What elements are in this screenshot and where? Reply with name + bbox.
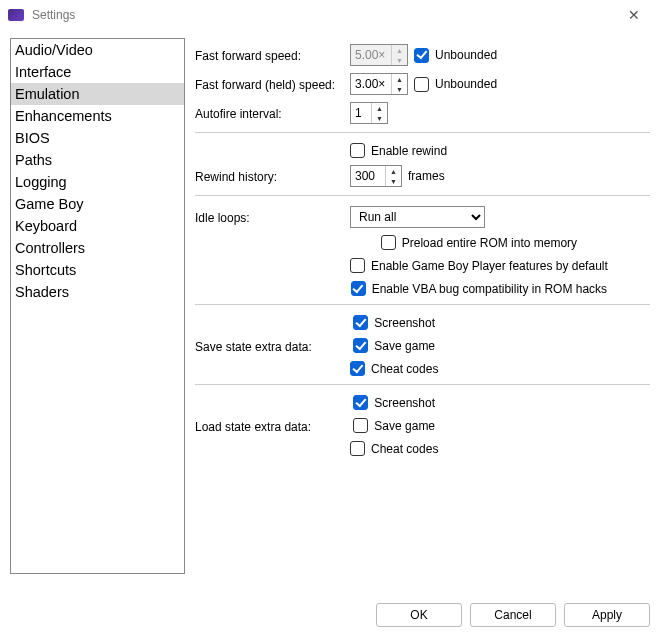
checkbox-icon: [414, 48, 429, 63]
app-icon: [8, 9, 24, 21]
gbp-features-label: Enable Game Boy Player features by defau…: [371, 259, 608, 273]
save-extra-savegame-label: Save game: [374, 339, 435, 353]
separator: [195, 195, 650, 196]
autofire-input[interactable]: [351, 103, 371, 123]
rewind-history-label: Rewind history:: [195, 168, 350, 184]
save-extra-cheats-label: Cheat codes: [371, 362, 438, 376]
load-extra-savegame-check[interactable]: Save game: [353, 418, 435, 433]
checkbox-icon: [350, 143, 365, 158]
autofire-label: Autofire interval:: [195, 105, 350, 121]
autofire-spin[interactable]: ▲▼: [350, 102, 388, 124]
sidebar-item-emulation[interactable]: Emulation: [11, 83, 184, 105]
apply-button[interactable]: Apply: [564, 603, 650, 627]
cancel-button[interactable]: Cancel: [470, 603, 556, 627]
checkbox-icon: [381, 235, 396, 250]
save-extra-cheats-check[interactable]: Cheat codes: [350, 361, 438, 376]
sidebar-item-keyboard[interactable]: Keyboard: [11, 215, 184, 237]
spin-arrows: ▲▼: [391, 45, 407, 65]
rewind-history-unit: frames: [408, 169, 445, 183]
sidebar-item-interface[interactable]: Interface: [11, 61, 184, 83]
ff-speed-unbounded-label: Unbounded: [435, 48, 497, 62]
settings-panel: Fast forward speed: ▲▼ Unbounded Fast fo…: [195, 38, 662, 574]
vba-compat-check[interactable]: Enable VBA bug compatibility in ROM hack…: [351, 281, 607, 296]
preload-rom-label: Preload entire ROM into memory: [402, 236, 577, 250]
save-extra-screenshot-check[interactable]: Screenshot: [353, 315, 435, 330]
ff-held-unbounded-check[interactable]: Unbounded: [414, 77, 497, 92]
load-extra-screenshot-label: Screenshot: [374, 396, 435, 410]
idle-loops-select[interactable]: Run all: [350, 206, 485, 228]
load-extra-label: Load state extra data:: [195, 418, 350, 434]
category-sidebar: Audio/VideoInterfaceEmulationEnhancement…: [10, 38, 185, 574]
close-icon[interactable]: ✕: [614, 7, 654, 23]
spin-arrows[interactable]: ▲▼: [391, 74, 407, 94]
titlebar: Settings ✕: [0, 0, 662, 30]
ff-speed-unbounded-check[interactable]: Unbounded: [414, 48, 497, 63]
save-extra-label: Save state extra data:: [195, 338, 350, 354]
spin-arrows[interactable]: ▲▼: [385, 166, 401, 186]
sidebar-item-game-boy[interactable]: Game Boy: [11, 193, 184, 215]
ff-speed-spin: ▲▼: [350, 44, 408, 66]
sidebar-item-shortcuts[interactable]: Shortcuts: [11, 259, 184, 281]
checkbox-icon: [353, 338, 368, 353]
idle-loops-label: Idle loops:: [195, 209, 350, 225]
checkbox-icon: [414, 77, 429, 92]
checkbox-icon: [350, 361, 365, 376]
vba-compat-label: Enable VBA bug compatibility in ROM hack…: [372, 282, 607, 296]
load-extra-cheats-label: Cheat codes: [371, 442, 438, 456]
rewind-history-input[interactable]: [351, 166, 385, 186]
save-extra-screenshot-label: Screenshot: [374, 316, 435, 330]
sidebar-item-controllers[interactable]: Controllers: [11, 237, 184, 259]
gbp-features-check[interactable]: Enable Game Boy Player features by defau…: [350, 258, 608, 273]
enable-rewind-check[interactable]: Enable rewind: [350, 143, 447, 158]
ff-held-spin[interactable]: ▲▼: [350, 73, 408, 95]
checkbox-icon: [351, 281, 366, 296]
spin-arrows[interactable]: ▲▼: [371, 103, 387, 123]
rewind-history-spin[interactable]: ▲▼: [350, 165, 402, 187]
load-extra-screenshot-check[interactable]: Screenshot: [353, 395, 435, 410]
sidebar-item-shaders[interactable]: Shaders: [11, 281, 184, 303]
window-title: Settings: [32, 8, 614, 22]
sidebar-item-paths[interactable]: Paths: [11, 149, 184, 171]
separator: [195, 384, 650, 385]
sidebar-item-enhancements[interactable]: Enhancements: [11, 105, 184, 127]
enable-rewind-label: Enable rewind: [371, 144, 447, 158]
sidebar-item-bios[interactable]: BIOS: [11, 127, 184, 149]
checkbox-icon: [353, 418, 368, 433]
checkbox-icon: [353, 395, 368, 410]
checkbox-icon: [350, 258, 365, 273]
ff-held-label: Fast forward (held) speed:: [195, 76, 350, 92]
separator: [195, 132, 650, 133]
ff-speed-label: Fast forward speed:: [195, 47, 350, 63]
dialog-buttons: OK Cancel Apply: [376, 603, 650, 627]
ok-button[interactable]: OK: [376, 603, 462, 627]
checkbox-icon: [353, 315, 368, 330]
separator: [195, 304, 650, 305]
checkbox-icon: [350, 441, 365, 456]
load-extra-cheats-check[interactable]: Cheat codes: [350, 441, 438, 456]
ff-held-unbounded-label: Unbounded: [435, 77, 497, 91]
sidebar-item-audio-video[interactable]: Audio/Video: [11, 39, 184, 61]
ff-held-input[interactable]: [351, 74, 391, 94]
ff-speed-input: [351, 45, 391, 65]
load-extra-savegame-label: Save game: [374, 419, 435, 433]
sidebar-item-logging[interactable]: Logging: [11, 171, 184, 193]
preload-rom-check[interactable]: Preload entire ROM into memory: [381, 235, 577, 250]
save-extra-savegame-check[interactable]: Save game: [353, 338, 435, 353]
